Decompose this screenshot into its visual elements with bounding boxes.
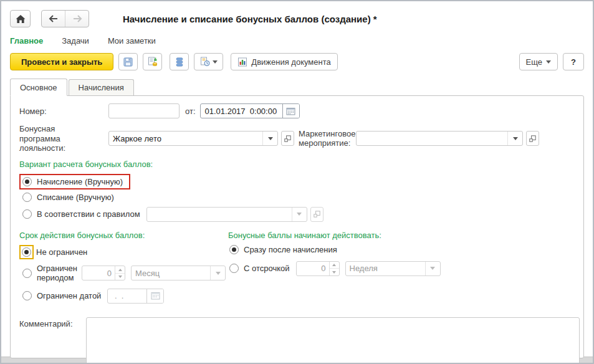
stepper-up-icon [330,262,339,269]
loyalty-program-open-button[interactable] [281,131,294,146]
yellow-focus-frame [19,245,34,259]
validity-date-row: Ограничен датой . . [19,289,228,304]
limit-date-field: . . [107,289,164,304]
calc-variant-option-rule-row: В соответствии с правилом [19,207,580,222]
comment-label: Комментарий: [19,317,86,328]
more-button[interactable]: Еще [519,53,558,70]
movements-chart-icon [237,57,247,67]
radio-unlimited-label: Не ограничен [36,247,87,257]
rule-combobox [146,207,307,222]
period-unit-combobox: Месяц [131,266,226,280]
radio-accrual-manual-label: Начисление (Вручную) [37,177,123,186]
radio-writeoff-manual[interactable] [22,193,32,202]
chevron-down-icon [297,213,302,216]
program-row: Бонусная программа лояльности: Жаркое ле… [19,124,580,153]
loyalty-program-combobox[interactable]: Жаркое лето [108,131,278,146]
calc-variant-option-writeoff-row: Списание (Вручную) [19,193,580,202]
limit-date-calendar-button [146,289,163,303]
radio-immediately[interactable] [229,245,239,254]
delay-count-value: 0 [297,262,329,275]
radio-limited-date[interactable] [22,291,32,300]
comment-row: Комментарий: [19,317,580,364]
document-history-button[interactable] [194,53,223,70]
delay-unit-value: Неделя [346,262,425,275]
radio-immediately-label: Сразу после начисления [244,245,337,254]
number-label: Номер: [19,107,108,116]
radio-limited-period[interactable] [22,269,32,278]
menu-item-tasks[interactable]: Задачи [62,36,89,46]
menu-item-notes[interactable]: Мои заметки [108,36,156,46]
save-button[interactable] [118,53,138,70]
radio-with-delay[interactable] [229,264,239,273]
open-icon [284,135,291,142]
rule-dropdown-button [292,208,307,221]
radio-limited-date-label: Ограничен датой [37,291,101,300]
document-clock-icon [200,57,210,67]
marketing-event-open-button[interactable] [526,131,539,146]
form-pane: Номер: от: 01.01.2017 0:00:00 [10,95,584,358]
marketing-event-label: Маркетинговое мероприятие: [299,129,356,148]
number-row: Номер: от: 01.01.2017 0:00:00 [19,103,580,118]
document-date-value[interactable]: 01.01.2017 0:00:00 [201,104,282,118]
marketing-event-value[interactable] [357,132,507,145]
period-count-value: 0 [82,266,115,280]
period-count-stepper: 0 [82,266,125,280]
chevron-down-icon [268,137,273,140]
calc-variant-option-accrual-row: Начисление (Вручную) [19,174,580,189]
chevron-down-icon [546,60,551,64]
delay-count-stepper: 0 [296,261,340,276]
delay-stepper-buttons [329,262,339,275]
radio-by-rule-label: В соответствии с правилом [37,209,140,219]
radio-unlimited[interactable] [22,247,31,257]
number-input[interactable] [108,103,180,118]
post-document-button[interactable] [143,53,162,70]
loyalty-program-label: Бонусная программа лояльности: [19,124,108,153]
radio-with-delay-label: С отсрочкой [244,264,290,273]
menu-item-main[interactable]: Главное [10,36,43,46]
home-button[interactable] [10,10,31,27]
radio-writeoff-manual-label: Списание (Вручную) [37,193,114,202]
marketing-event-dropdown-button[interactable] [507,132,522,145]
forward-button[interactable] [65,11,89,27]
open-icon [314,211,320,218]
stepper-up-icon [115,266,125,274]
activation-immediate-row: Сразу после начисления [228,245,580,254]
radio-by-rule[interactable] [22,209,32,219]
rule-open-button [310,207,323,222]
tab-main[interactable]: Основное [10,79,67,96]
document-date-field[interactable]: 01.01.2017 0:00:00 [200,103,300,118]
back-arrow-icon [49,15,59,22]
calendar-icon [286,107,295,115]
document-movements-button[interactable]: Движения документа [231,53,337,70]
window-header: Начисление и списание бонусных баллов (с… [1,1,593,31]
loyalty-program-dropdown-button[interactable] [262,132,277,145]
back-button[interactable] [42,11,65,27]
tab-accruals[interactable]: Начисления [69,79,134,95]
radio-accrual-manual[interactable] [22,177,32,186]
app-window: Начисление и списание бонусных баллов (с… [0,0,594,364]
options-columns: Срок действия бонусных баллов: Не ограни… [19,227,580,309]
registers-button[interactable] [170,53,189,70]
post-and-close-button[interactable]: Провести и закрыть [10,53,113,70]
more-button-label: Еще [526,57,542,67]
calendar-picker-button[interactable] [282,104,299,118]
chevron-down-icon [213,60,218,64]
page-title: Начисление и списание бонусных баллов (с… [123,14,377,24]
period-unit-dropdown-button [210,266,225,280]
validity-column: Срок действия бонусных баллов: Не ограни… [19,227,228,309]
open-icon [529,135,536,142]
validity-group-label: Срок действия бонусных баллов: [19,231,228,240]
movements-button-label: Движения документа [251,57,330,67]
activation-group-label: Бонусные баллы начинают действовать: [228,231,580,240]
radio-limited-period-label: Ограничен периодом [37,264,82,283]
comment-textarea[interactable] [86,317,580,364]
help-button[interactable]: ? [563,53,584,70]
chevron-down-icon [513,137,518,140]
register-stack-icon [176,57,183,67]
post-document-icon [148,57,158,67]
stepper-down-icon [115,274,125,280]
loyalty-program-value[interactable]: Жаркое лето [109,132,262,145]
period-stepper-buttons [115,266,125,280]
tab-strip: Основное Начисления [10,77,593,95]
marketing-event-combobox[interactable] [356,131,523,146]
